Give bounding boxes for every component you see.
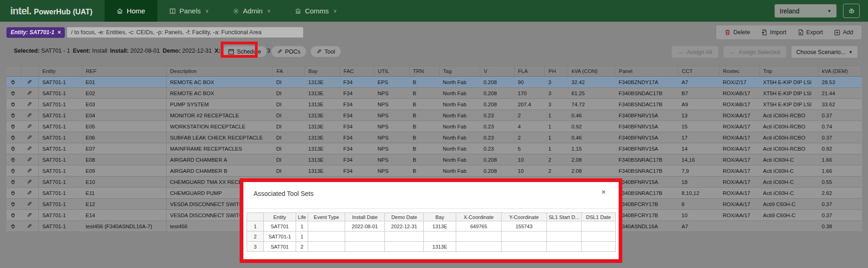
entity-filter-badge[interactable]: Entity: SAT701-1 × xyxy=(6,27,65,38)
app-logo[interactable]: intel. PowerHub (UAT) xyxy=(10,5,93,17)
table-row[interactable]: ✎SAT701-1E04MONITOR #2 RECEPTACLEDI1313E… xyxy=(6,110,862,121)
nav-item-panels[interactable]: Panels∨ xyxy=(157,0,221,22)
cell-kva-dem: 21.44 xyxy=(818,88,862,99)
top-navbar: intel. PowerHub (UAT) HomePanels∨Admin∨C… xyxy=(0,0,868,22)
selection-install: Install: 2022-08-01 xyxy=(110,48,160,54)
assign-all-button[interactable]: ←Assign All xyxy=(671,46,719,58)
tool-button[interactable]: ✎Tool xyxy=(310,46,341,57)
edit-row-button[interactable]: ✎ xyxy=(21,88,38,99)
cell-trip: Acti iC60H-C xyxy=(759,154,818,165)
plug-icon xyxy=(10,157,17,163)
edit-row-button[interactable]: ✎ xyxy=(21,210,38,221)
cell-ref: E05 xyxy=(82,121,166,132)
pocs-button[interactable]: ✎POCs xyxy=(271,46,306,57)
table-row[interactable]: ✎SAT701-1E01REMOTE AC BOXDI1313EF34EPSBN… xyxy=(6,77,862,88)
plug-icon-cell[interactable] xyxy=(6,188,21,199)
cell-bay: 1313E xyxy=(304,77,340,88)
column-header-roxtec[interactable]: Roxtec xyxy=(719,66,759,77)
edit-row-button[interactable]: ✎ xyxy=(21,165,38,177)
column-header-trn[interactable]: TRN xyxy=(409,66,439,77)
column-header-description[interactable]: Description xyxy=(166,66,273,77)
edit-row-button[interactable]: ✎ xyxy=(21,221,38,232)
plug-icon-cell[interactable] xyxy=(6,132,21,143)
edit-row-button[interactable]: ✎ xyxy=(21,132,38,143)
plug-icon-cell[interactable] xyxy=(6,77,21,88)
edit-row-button[interactable]: ✎ xyxy=(21,177,38,188)
assign-selected-button[interactable]: ←Assign Selected xyxy=(723,46,787,58)
edit-row-button[interactable]: ✎ xyxy=(21,77,38,88)
column-header-cct[interactable]: CCT xyxy=(678,66,719,77)
edit-row-button[interactable]: ✎ xyxy=(21,188,38,199)
column-header-fac[interactable]: FAC xyxy=(340,66,374,77)
modal-table-row[interactable]: 1SAT70112022-08-012022-12-311313E6497651… xyxy=(247,221,616,231)
column-header-kva-con[interactable]: kVA (CON) xyxy=(568,66,615,77)
column-header-v[interactable]: V xyxy=(480,66,514,77)
close-icon[interactable]: × xyxy=(57,29,61,36)
modal-table-row[interactable]: 2SAT701-11 xyxy=(247,231,616,242)
plug-icon-cell[interactable] xyxy=(6,99,21,110)
cell-tag: North Fab xyxy=(439,88,480,99)
cell-roxtec: ROX/AA/17 xyxy=(719,132,759,143)
plug-icon-cell[interactable] xyxy=(6,154,21,165)
table-row[interactable]: ✎SAT701-1E06SUBFAB LEAK CHECK RECEPTACLE… xyxy=(6,132,862,143)
modal-cell-y-coordinate xyxy=(502,231,547,242)
table-row[interactable]: ✎SAT701-1E09AIRGARD CHAMBER BDI1313EF34N… xyxy=(6,165,862,177)
plug-icon-cell[interactable] xyxy=(6,210,21,221)
region-select[interactable]: Ireland ▼ xyxy=(775,4,837,18)
add-button[interactable]: Add xyxy=(829,27,859,38)
modal-close-icon[interactable]: × xyxy=(601,189,606,196)
table-row[interactable]: ✎SAT701-1E05WORKSTATION RECEPTACLEDI1313… xyxy=(6,121,862,132)
plug-icon-cell[interactable] xyxy=(6,199,21,210)
pencil-icon: ✎ xyxy=(27,102,32,107)
bug-report-button[interactable] xyxy=(843,4,860,18)
nav-item-admin[interactable]: Admin∨ xyxy=(221,0,283,22)
edit-row-button[interactable]: ✎ xyxy=(21,121,38,132)
modal-table-row[interactable]: 3SAT70121313E xyxy=(247,242,616,252)
cell-kva-dem: 1.66 xyxy=(818,154,862,165)
nav-item-label: Comms xyxy=(305,7,329,15)
delete-button[interactable]: Delete xyxy=(719,27,756,38)
search-input[interactable] xyxy=(67,27,304,38)
cell-trn: B xyxy=(409,110,439,121)
cell-trip: XT5H E-KIP DIP LSI xyxy=(759,88,818,99)
edit-row-button[interactable]: ✎ xyxy=(21,154,38,165)
plug-icon-cell[interactable] xyxy=(6,110,21,121)
column-header-fa[interactable]: FA xyxy=(273,66,304,77)
table-row[interactable]: ✎SAT701-1E08AIRGARD CHAMBER ADI1313EF34N… xyxy=(6,154,862,165)
plug-icon-cell[interactable] xyxy=(6,88,21,99)
edit-row-button[interactable]: ✎ xyxy=(21,143,38,154)
edit-row-button[interactable]: ✎ xyxy=(21,199,38,210)
plug-icon-cell[interactable] xyxy=(6,221,21,232)
column-header-trip[interactable]: Trip xyxy=(759,66,818,77)
export-button[interactable]: Export xyxy=(792,27,829,38)
plug-icon-cell[interactable] xyxy=(6,143,21,154)
column-header-entity[interactable]: Entity xyxy=(38,66,82,77)
cell-v: 0.208 xyxy=(480,88,514,99)
column-header-kva-dem[interactable]: kVA (DEM) xyxy=(818,66,862,77)
scenario-select[interactable]: Choose Scenario... ▼ xyxy=(791,46,858,58)
column-header-tag[interactable]: Tag xyxy=(439,66,480,77)
cell-fla: 4 xyxy=(514,121,545,132)
nav-item-comms[interactable]: Comms∨ xyxy=(283,0,349,22)
cell-tag: North Fab xyxy=(439,143,480,154)
table-row[interactable]: ✎SAT701-1E07MAINFRAME RECEPTACLESDI1313E… xyxy=(6,143,862,154)
column-header-panel[interactable]: Panel xyxy=(615,66,678,77)
column-header-bay[interactable]: Bay xyxy=(304,66,340,77)
table-row[interactable]: ✎SAT701-1E03PUMP SYSTEMDI1313EF34NPSBNor… xyxy=(6,99,862,110)
plug-icon-cell[interactable] xyxy=(6,177,21,188)
cell-fa: DI xyxy=(273,110,304,121)
cell-entity: SAT701-1 xyxy=(38,210,82,221)
column-header-fla[interactable]: FLA xyxy=(514,66,545,77)
edit-row-button[interactable]: ✎ xyxy=(21,110,38,121)
column-header-util[interactable]: UTIL xyxy=(374,66,409,77)
column-header-ref[interactable]: REF xyxy=(82,66,166,77)
column-header-ph[interactable]: PH xyxy=(545,66,568,77)
edit-row-button[interactable]: ✎ xyxy=(21,99,38,110)
cell-roxtec: ROX/AB/17 xyxy=(719,99,759,110)
table-row[interactable]: ✎SAT701-1E02REMOTE AC BOXDI1313EF34NPSBN… xyxy=(6,88,862,99)
plug-icon-cell[interactable] xyxy=(6,121,21,132)
plug-icon-cell[interactable] xyxy=(6,165,21,177)
selection-event: Event: Install xyxy=(73,48,107,54)
import-button[interactable]: Import xyxy=(756,27,792,38)
nav-item-home[interactable]: Home xyxy=(105,0,157,22)
